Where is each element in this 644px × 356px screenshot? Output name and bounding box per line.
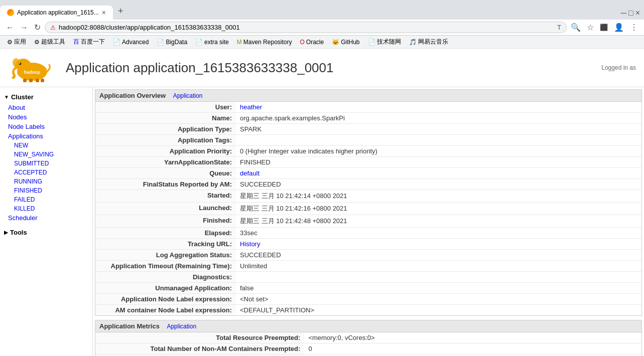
field-label-total-preempted: Total Resource Preempted:: [95, 332, 304, 343]
svg-rect-5: [23, 79, 27, 82]
super-tools-icon: ⚙: [34, 39, 40, 46]
zoom-button[interactable]: 🔍: [569, 22, 583, 33]
tools-arrow-icon: ▶: [4, 230, 8, 235]
table-row: User: heather: [95, 102, 641, 113]
sidebar-item-applications[interactable]: Applications: [0, 131, 92, 141]
sidebar: ▼ Cluster About Nodes Node Labels Applic…: [0, 87, 93, 356]
app-section-link[interactable]: Application: [173, 92, 203, 99]
cluster-section: ▼ Cluster About Nodes Node Labels Applic…: [0, 91, 92, 223]
sidebar-item-nodes[interactable]: Nodes: [0, 112, 92, 122]
field-value-app-type: SPARK: [236, 124, 641, 135]
bookmark-bigdata[interactable]: 📄 BigData: [154, 38, 190, 47]
bookmark-extra-site-label: extra site: [204, 39, 229, 46]
tab-close-button[interactable]: ×: [102, 9, 106, 17]
translate-icon[interactable]: T: [557, 24, 561, 31]
sidebar-item-about[interactable]: About: [0, 103, 92, 112]
user-link[interactable]: heather: [240, 103, 262, 111]
history-link[interactable]: History: [240, 240, 260, 248]
field-value-yarn-state: FINISHED: [236, 157, 641, 168]
field-value-name: org.apache.spark.examples.SparkPi: [236, 113, 641, 124]
jishu-icon: 📄: [368, 39, 375, 46]
refresh-button[interactable]: ↻: [32, 22, 43, 33]
bookmark-baidu[interactable]: 百 百度一下: [70, 37, 108, 47]
svg-rect-7: [36, 79, 39, 82]
bookmark-apps[interactable]: ⚙ 应用: [4, 37, 29, 47]
bookmark-advanced[interactable]: 📄 Advanced: [110, 38, 152, 47]
profile-button[interactable]: 👤: [612, 22, 626, 33]
sidebar-item-scheduler[interactable]: Scheduler: [0, 213, 92, 223]
resource-info-table: Total Resource Preempted: <memory:0, vCo…: [95, 332, 641, 356]
field-value-timeout: Unlimited: [236, 261, 641, 272]
menu-button[interactable]: ⋮: [628, 22, 640, 33]
address-bar-container: ⚠ T: [45, 22, 567, 33]
main-layout: ▼ Cluster About Nodes Node Labels Applic…: [0, 87, 644, 356]
cluster-header[interactable]: ▼ Cluster: [0, 91, 92, 103]
svg-rect-8: [41, 79, 44, 82]
field-label-name: Name:: [95, 113, 236, 124]
sidebar-item-node-labels[interactable]: Node Labels: [0, 122, 92, 131]
table-row: Diagnostics:: [95, 272, 641, 283]
oracle-icon: O: [300, 39, 304, 46]
field-label-log-agg: Log Aggregation Status:: [95, 250, 236, 261]
field-value-total-preempted: <memory:0, vCores:0>: [304, 332, 641, 343]
field-value-priority: 0 (Higher Integer value indicates higher…: [236, 146, 641, 157]
sidebar-item-new-saving[interactable]: NEW_SAVING: [0, 150, 92, 159]
bookmark-baidu-label: 百度一下: [81, 38, 105, 46]
queue-link[interactable]: default: [240, 169, 260, 177]
new-tab-button[interactable]: +: [113, 3, 128, 20]
bookmark-super-tools[interactable]: ⚙ 超级工具: [31, 37, 68, 47]
extensions-button[interactable]: ⬛: [598, 23, 610, 32]
field-value-tracking-url: History: [236, 239, 641, 250]
bookmark-button[interactable]: ☆: [585, 22, 596, 33]
address-bar-input[interactable]: [59, 24, 554, 31]
bookmark-oracle[interactable]: O Oracle: [297, 38, 327, 47]
nav-actions: 🔍 ☆ ⬛ 👤 ⋮: [569, 22, 640, 33]
table-row: Launched: 星期三 三月 10 21:42:16 +0800 2021: [95, 203, 641, 215]
sidebar-item-submitted[interactable]: SUBMITTED: [0, 159, 92, 168]
field-label-am-node-label: AM container Node Label expression:: [95, 305, 236, 316]
sidebar-item-killed[interactable]: KILLED: [0, 204, 92, 213]
field-value-app-tags: [236, 135, 641, 146]
sidebar-item-accepted[interactable]: ACCEPTED: [0, 168, 92, 177]
field-label-non-am-preempted: Total Number of Non-AM Containers Preemp…: [95, 343, 304, 354]
hadoop-header: hadoop Application application_161538363…: [0, 49, 644, 87]
security-warning-icon: ⚠: [50, 24, 56, 31]
field-value-elapsed: 33sec: [236, 228, 641, 239]
field-value-launched: 星期三 三月 10 21:42:16 +0800 2021: [236, 203, 641, 215]
sidebar-item-finished[interactable]: FINISHED: [0, 186, 92, 195]
sidebar-item-running[interactable]: RUNNING: [0, 177, 92, 186]
table-row: AM container Node Label expression: <DEF…: [95, 305, 641, 316]
baidu-icon: 百: [73, 38, 79, 46]
bookmark-jishu-label: 技术随网: [377, 38, 401, 46]
table-row: FinalStatus Reported by AM: SUCCEEDED: [95, 179, 641, 190]
field-label-elapsed: Elapsed:: [95, 228, 236, 239]
bookmark-maven-label: Maven Repository: [243, 39, 292, 46]
maximize-button[interactable]: □: [628, 9, 633, 18]
svg-text:hadoop: hadoop: [24, 70, 41, 75]
forward-button[interactable]: →: [18, 22, 30, 33]
field-value-am-node-label: <DEFAULT_PARTITION>: [236, 305, 641, 316]
back-button[interactable]: ←: [4, 22, 16, 33]
table-row: Total Number of Non-AM Containers Preemp…: [95, 343, 641, 354]
minimize-button[interactable]: ─: [621, 9, 626, 18]
field-label-launched: Launched:: [95, 203, 236, 215]
tools-header[interactable]: ▶ Tools: [0, 227, 92, 238]
logged-in-text: Logged in as: [601, 64, 636, 71]
github-icon: 🐱: [332, 39, 339, 46]
bookmark-extra-site[interactable]: 📄 extra site: [192, 38, 232, 47]
bookmark-jishu[interactable]: 📄 技术随网: [365, 37, 404, 47]
sidebar-item-new[interactable]: NEW: [0, 141, 92, 150]
bookmark-wangyi[interactable]: 🎵 网易云音乐: [406, 37, 451, 47]
table-row: Finished: 星期三 三月 10 21:42:48 +0800 2021: [95, 215, 641, 228]
resource-section-link[interactable]: Application: [167, 323, 196, 330]
field-label-diagnostics: Diagnostics:: [95, 272, 236, 283]
active-tab[interactable]: Application application_1615... ×: [0, 6, 113, 20]
table-row: Log Aggregation Status: SUCCEEDED: [95, 250, 641, 261]
bookmark-maven[interactable]: M Maven Repository: [234, 38, 295, 47]
close-button[interactable]: ×: [635, 9, 640, 18]
sidebar-item-failed[interactable]: FAILED: [0, 195, 92, 204]
hadoop-logo-svg: hadoop: [8, 53, 56, 83]
bookmark-github[interactable]: 🐱 GitHub: [329, 38, 362, 47]
field-value-am-preempted: 0: [304, 354, 641, 357]
cluster-label: Cluster: [11, 93, 34, 101]
